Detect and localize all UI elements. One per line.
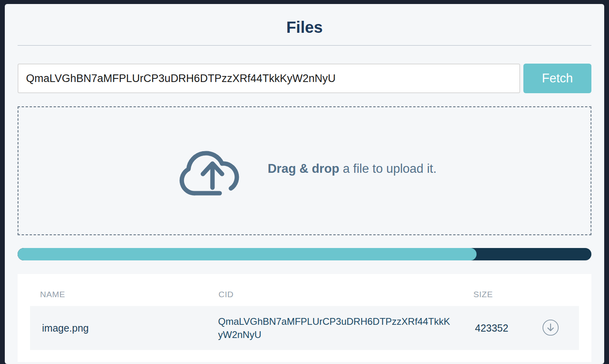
title-divider: [18, 45, 591, 46]
table-header-row: NAME CID SIZE: [18, 283, 591, 306]
file-cid: QmaLVGhBN7aMFPLUrCP3uDRH6DTPzzXRf44TkkKy…: [218, 315, 452, 341]
file-actions: [534, 319, 567, 337]
column-header-name: NAME: [40, 290, 216, 299]
column-header-size: SIZE: [456, 290, 532, 299]
files-page-card: Files Fetch Drag & drop a file to upload…: [5, 4, 604, 364]
fetch-bar: Fetch: [18, 64, 591, 93]
dropzone-label-rest: a file to upload it.: [339, 162, 437, 176]
cid-input[interactable]: [18, 64, 520, 93]
column-header-cid: CID: [216, 290, 456, 299]
file-name: image.png: [42, 322, 218, 334]
dropzone-label: Drag & drop a file to upload it.: [268, 162, 437, 180]
download-button[interactable]: [542, 319, 559, 337]
page-title: Files: [18, 18, 591, 36]
upload-progress-bar: [18, 248, 591, 260]
page-content: Files Fetch Drag & drop a file to upload…: [5, 18, 604, 362]
table-row: image.png QmaLVGhBN7aMFPLUrCP3uDRH6DTPzz…: [30, 306, 579, 350]
file-dropzone[interactable]: Drag & drop a file to upload it.: [18, 106, 591, 235]
download-icon: [542, 319, 559, 337]
progress-fill: [18, 248, 477, 260]
dropzone-label-bold: Drag & drop: [268, 162, 339, 176]
file-size: 423352: [458, 322, 534, 334]
upload-cloud-icon: [172, 138, 252, 204]
fetch-button[interactable]: Fetch: [523, 64, 591, 93]
files-table-card: NAME CID SIZE image.png QmaLVGhBN7aMFPLU…: [18, 274, 591, 362]
